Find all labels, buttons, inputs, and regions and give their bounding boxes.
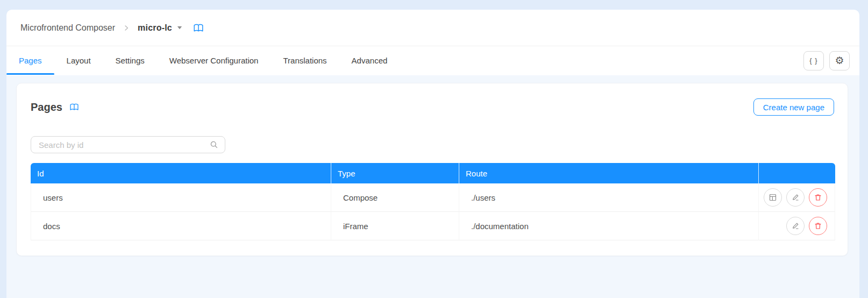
layout-icon — [769, 193, 777, 202]
cell-page-id: users — [31, 183, 331, 212]
json-editor-button[interactable]: { } — [803, 51, 824, 70]
settings-gear-button[interactable]: ⚙ — [829, 51, 850, 70]
edit-page-button[interactable] — [786, 188, 805, 207]
tab-pages[interactable]: Pages — [6, 46, 54, 75]
cell-actions — [759, 212, 835, 240]
delete-page-button[interactable] — [809, 188, 827, 207]
search-box — [31, 136, 225, 153]
cell-actions — [759, 183, 835, 212]
cell-page-type: Compose — [331, 183, 459, 212]
breadcrumb-chevron-icon — [123, 24, 130, 32]
tab-advanced[interactable]: Advanced — [339, 46, 400, 75]
breadcrumb: Microfrontend Composer micro-lc — [6, 10, 859, 46]
edit-page-button[interactable] — [786, 217, 805, 235]
cell-page-route: ./documentation — [459, 212, 759, 240]
search-input[interactable] — [38, 140, 210, 150]
tab-bar-actions: { } ⚙ — [803, 46, 850, 75]
pages-card-header: Pages Create new page — [31, 97, 834, 117]
gear-icon: ⚙ — [835, 55, 844, 66]
table-header-row: Id Type Route — [31, 163, 835, 183]
content-area: Pages Create new page — [6, 75, 859, 298]
pages-docs-book-icon[interactable] — [69, 103, 79, 111]
cell-page-type: iFrame — [331, 212, 459, 240]
breadcrumb-project-name[interactable]: micro-lc — [138, 23, 172, 33]
compose-layout-button[interactable] — [764, 188, 782, 207]
table-row: docs iFrame ./documentation — [31, 212, 835, 240]
tab-layout[interactable]: Layout — [54, 46, 103, 75]
pages-card: Pages Create new page — [16, 83, 848, 256]
column-header-type: Type — [331, 163, 459, 183]
edit-pencil-icon — [791, 222, 800, 230]
create-new-page-button[interactable]: Create new page — [753, 98, 834, 116]
page-title: Pages — [31, 101, 62, 113]
tab-settings[interactable]: Settings — [103, 46, 157, 75]
pages-table: Id Type Route users Compose ./users — [31, 163, 835, 240]
breadcrumb-app-title[interactable]: Microfrontend Composer — [20, 23, 115, 33]
cell-page-id: docs — [31, 212, 331, 240]
documentation-book-icon[interactable] — [193, 23, 204, 33]
column-header-id: Id — [31, 163, 331, 183]
column-header-actions — [759, 163, 835, 183]
column-header-route: Route — [459, 163, 759, 183]
tab-webserver-configuration[interactable]: Webserver Configuration — [157, 46, 271, 75]
delete-page-button[interactable] — [809, 217, 827, 235]
tab-bar: Pages Layout Settings Webserver Configur… — [6, 46, 859, 75]
app-container: Microfrontend Composer micro-lc Pages La… — [6, 10, 859, 298]
trash-icon — [814, 193, 822, 202]
cell-page-route: ./users — [459, 183, 759, 212]
table-row: users Compose ./users — [31, 183, 835, 212]
trash-icon — [814, 222, 822, 230]
tab-translations[interactable]: Translations — [271, 46, 339, 75]
app-header: Microfrontend Composer micro-lc Pages La… — [6, 10, 859, 75]
edit-pencil-icon — [791, 193, 800, 202]
project-dropdown-caret-icon[interactable] — [177, 26, 182, 30]
search-icon — [210, 140, 218, 149]
